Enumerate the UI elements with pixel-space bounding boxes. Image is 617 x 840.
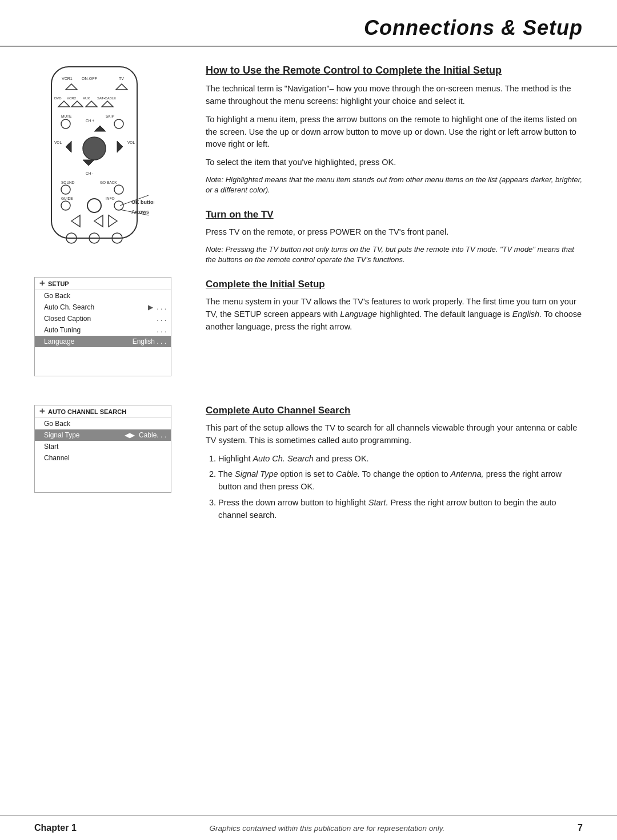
svg-text:VOL: VOL bbox=[54, 140, 62, 144]
remote-svg: VCR1 ON-OFF TV DVD VCR2 AUX SAT•CABLE MU… bbox=[34, 64, 154, 258]
auto-channel-icon: ✛ bbox=[39, 408, 45, 415]
section1-para2: To highlight a menu item, press the arro… bbox=[206, 114, 583, 151]
menu-row-language: Language English . . . bbox=[35, 336, 171, 347]
svg-marker-19 bbox=[94, 126, 106, 131]
right-column-lower: Complete Auto Channel Search This part o… bbox=[206, 405, 583, 535]
svg-text:OK button: OK button bbox=[131, 199, 154, 205]
footer-page-num: 7 bbox=[578, 823, 583, 833]
svg-marker-23 bbox=[117, 141, 123, 152]
auto-channel-menu-header: ✛ AUTO CHANNEL SEARCH bbox=[35, 405, 171, 418]
auto-menu-row-channel: Channel bbox=[35, 452, 171, 464]
svg-point-35 bbox=[87, 199, 101, 212]
section1-para1: The technical term is "Navigation"– how … bbox=[206, 83, 583, 108]
svg-text:SAT•CABLE: SAT•CABLE bbox=[97, 97, 116, 100]
svg-marker-38 bbox=[71, 215, 80, 227]
svg-text:INFO: INFO bbox=[106, 196, 115, 200]
section3-heading: Complete the Initial Setup bbox=[206, 279, 583, 290]
section-auto-channel: Complete Auto Channel Search This part o… bbox=[206, 405, 583, 521]
section4-heading: Complete Auto Channel Search bbox=[206, 405, 583, 416]
remote-illustration: VCR1 ON-OFF TV DVD VCR2 AUX SAT•CABLE MU… bbox=[34, 64, 183, 260]
lower-content: ✛ AUTO CHANNEL SEARCH Go Back Signal Typ… bbox=[0, 399, 617, 535]
section3-para1: The menu system in your TV allows the TV… bbox=[206, 296, 583, 333]
section2-para1: Press TV on the remote, or press POWER o… bbox=[206, 226, 583, 239]
footer-note: Graphics contained within this publicati… bbox=[210, 824, 445, 833]
section-remote-control: How to Use the Remote Control to Complet… bbox=[206, 64, 583, 195]
setup-menu-box: ✛ SETUP Go Back Auto Ch. Search ▶ . . . … bbox=[34, 277, 171, 376]
page-header: Connections & Setup bbox=[0, 0, 617, 47]
list-item-2: The Signal Type option is set to Cable. … bbox=[218, 468, 583, 493]
menu-row-autoch: Auto Ch. Search ▶ . . . bbox=[35, 302, 171, 313]
menu-row-caption: Closed Caption . . . bbox=[35, 313, 171, 324]
left-column-lower: ✛ AUTO CHANNEL SEARCH Go Back Signal Typ… bbox=[34, 405, 183, 535]
svg-text:SKIP: SKIP bbox=[106, 114, 114, 118]
auto-menu-row-start: Start bbox=[35, 441, 171, 452]
page-footer: Chapter 1 Graphics contained within this… bbox=[0, 815, 617, 840]
svg-text:VCR1: VCR1 bbox=[62, 77, 73, 81]
list-item-1: Highlight Auto Ch. Search and press OK. bbox=[218, 453, 583, 465]
page-title: Connections & Setup bbox=[364, 16, 583, 39]
svg-text:SOUND: SOUND bbox=[61, 180, 75, 184]
svg-point-34 bbox=[114, 201, 123, 210]
svg-text:AUX: AUX bbox=[83, 97, 90, 100]
svg-marker-10 bbox=[58, 101, 70, 107]
section-initial-setup: Complete the Initial Setup The menu syst… bbox=[206, 279, 583, 333]
auto-menu-row-signal: Signal Type ◀▶ Cable. . . bbox=[35, 429, 171, 441]
svg-text:GO BACK: GO BACK bbox=[100, 180, 117, 184]
section1-note: Note: Highlighted means that the menu it… bbox=[206, 175, 583, 195]
section1-para3: To select the item that you've highlight… bbox=[206, 156, 583, 169]
svg-text:CH -: CH - bbox=[86, 171, 93, 175]
section2-note: Note: Pressing the TV button not only tu… bbox=[206, 244, 583, 265]
section4-list: Highlight Auto Ch. Search and press OK. … bbox=[206, 453, 583, 522]
auto-menu-row-goback: Go Back bbox=[35, 418, 171, 429]
svg-text:VOL: VOL bbox=[127, 140, 135, 144]
left-column: VCR1 ON-OFF TV DVD VCR2 AUX SAT•CABLE MU… bbox=[34, 64, 183, 393]
list-item-3: Press the down arrow button to highlight… bbox=[218, 497, 583, 522]
svg-point-29 bbox=[61, 185, 70, 194]
svg-point-30 bbox=[114, 185, 123, 194]
svg-text:ON-OFF: ON-OFF bbox=[82, 77, 97, 81]
auto-channel-menu-box: ✛ AUTO CHANNEL SEARCH Go Back Signal Typ… bbox=[34, 405, 171, 493]
svg-text:MUTE: MUTE bbox=[61, 114, 72, 118]
svg-text:Arrows: Arrows bbox=[131, 209, 149, 215]
svg-marker-4 bbox=[66, 84, 77, 90]
svg-point-33 bbox=[61, 201, 70, 210]
setup-menu-header: ✛ SETUP bbox=[35, 278, 171, 290]
footer-chapter: Chapter 1 bbox=[34, 823, 77, 833]
svg-text:DVD: DVD bbox=[54, 97, 62, 100]
svg-marker-39 bbox=[94, 215, 103, 227]
right-column: How to Use the Remote Control to Complet… bbox=[206, 64, 583, 393]
menu-row-goback: Go Back bbox=[35, 290, 171, 302]
svg-text:TV: TV bbox=[119, 77, 124, 81]
section1-heading: How to Use the Remote Control to Complet… bbox=[206, 64, 583, 77]
section2-heading: Turn on the TV bbox=[206, 209, 583, 220]
svg-marker-21 bbox=[66, 141, 71, 152]
svg-marker-25 bbox=[83, 160, 94, 166]
section-turn-on-tv: Turn on the TV Press TV on the remote, o… bbox=[206, 209, 583, 265]
main-content: VCR1 ON-OFF TV DVD VCR2 AUX SAT•CABLE MU… bbox=[0, 47, 617, 393]
setup-icon: ✛ bbox=[39, 280, 45, 287]
svg-marker-11 bbox=[71, 101, 83, 107]
section4-para1: This part of the setup allows the TV to … bbox=[206, 422, 583, 447]
svg-marker-13 bbox=[102, 101, 113, 107]
svg-text:CH +: CH + bbox=[86, 119, 94, 123]
svg-text:GUIDE: GUIDE bbox=[61, 196, 73, 200]
menu-row-autotuning: Auto Tuning . . . bbox=[35, 324, 171, 336]
svg-text:VCR2: VCR2 bbox=[67, 97, 77, 100]
svg-point-16 bbox=[61, 119, 70, 128]
svg-point-22 bbox=[83, 137, 106, 160]
svg-marker-12 bbox=[86, 101, 97, 107]
svg-marker-40 bbox=[109, 215, 117, 227]
svg-point-17 bbox=[114, 119, 123, 128]
svg-marker-5 bbox=[116, 84, 127, 90]
